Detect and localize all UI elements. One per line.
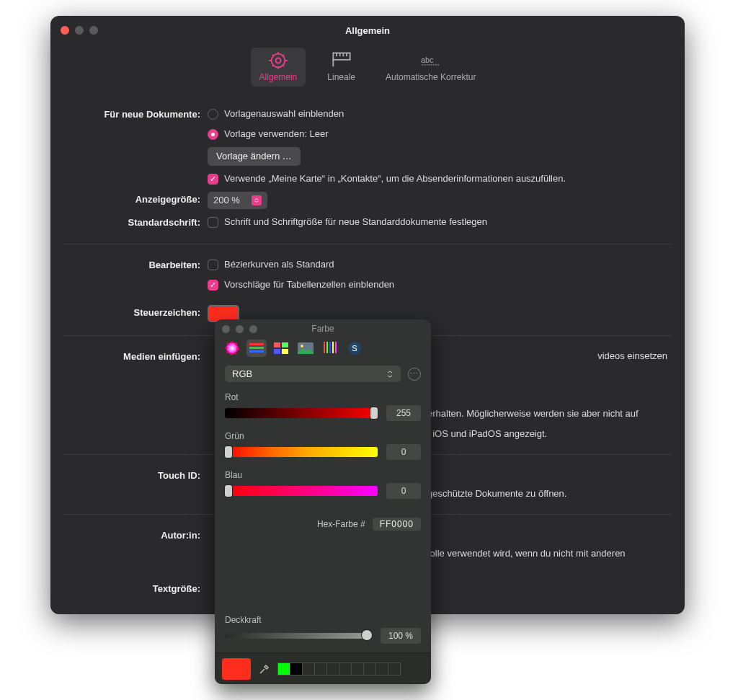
tab-autocorrect-label: Automatische Korrektur xyxy=(386,72,476,82)
label-touchid: Touch ID: xyxy=(63,468,208,484)
tab-general-label: Allgemein xyxy=(259,72,298,82)
divider xyxy=(63,244,672,244)
svg-point-14 xyxy=(301,345,303,347)
color-panel-titlebar: Farbe xyxy=(215,319,431,338)
color-panel-body: RGB ⋯ Rot 255 Grün 0 Blau 0 xyxy=(215,363,431,652)
eyedropper-icon[interactable] xyxy=(257,661,272,677)
check-use-my-card[interactable] xyxy=(208,174,218,185)
media-text-fragment-3: , iOS und iPadOS angezeigt. xyxy=(427,427,547,441)
window-controls xyxy=(61,26,98,35)
blue-slider[interactable] xyxy=(225,486,378,496)
svg-text:S: S xyxy=(352,344,357,353)
red-slider-block: Rot 255 xyxy=(225,392,421,421)
label-media: Medien einfügen: xyxy=(63,349,208,365)
red-value[interactable]: 255 xyxy=(386,405,421,421)
recent-color-cell[interactable] xyxy=(388,663,401,675)
green-label: Grün xyxy=(225,431,421,441)
label-author: Autor:in: xyxy=(63,528,208,544)
window-title: Allgemein xyxy=(50,25,685,36)
color-model-popup[interactable]: RGB xyxy=(225,365,401,382)
touchid-text-fragment: geschützte Dokumente zu öffnen. xyxy=(427,487,566,501)
mode-palettes-icon[interactable] xyxy=(271,340,291,357)
media-text-fragment-1: videos einsetzen xyxy=(597,349,667,363)
mode-wheel-icon[interactable] xyxy=(222,340,242,357)
svg-rect-9 xyxy=(274,342,280,347)
svg-rect-16 xyxy=(326,342,328,353)
tab-autocorrect[interactable]: abc Automatische Korrektur xyxy=(377,48,484,87)
minimize-button[interactable] xyxy=(75,26,84,35)
blue-value[interactable]: 0 xyxy=(386,483,421,499)
hex-value-field[interactable]: FF0000 xyxy=(373,518,421,531)
svg-rect-12 xyxy=(282,349,288,354)
label-defaultfont: Standardschrift: xyxy=(63,215,208,231)
label-zoom: Anzeigegröße: xyxy=(63,192,208,208)
recent-color-cell[interactable] xyxy=(351,663,364,675)
recent-color-cell[interactable] xyxy=(375,663,388,675)
svg-point-1 xyxy=(275,58,280,63)
gear-icon xyxy=(268,52,288,69)
radio-use-template[interactable] xyxy=(208,129,218,140)
mode-pencils-icon[interactable] xyxy=(320,340,340,357)
tab-general[interactable]: Allgemein xyxy=(251,48,306,87)
recent-color-cell[interactable] xyxy=(326,663,339,675)
zoom-popup[interactable]: 200 % xyxy=(208,192,267,209)
close-button[interactable] xyxy=(61,26,69,35)
svg-rect-18 xyxy=(332,342,334,353)
red-label: Rot xyxy=(225,392,421,402)
color-mode-bar: S xyxy=(215,338,431,363)
color-panel-window: Farbe S RGB ⋯ Rot 255 Grün xyxy=(215,319,431,684)
hex-row: Hex-Farbe # FF0000 xyxy=(225,518,421,531)
check-table-suggestions[interactable] xyxy=(208,280,218,291)
opacity-block: Deckkraft 100 % xyxy=(225,615,421,644)
recent-color-cell[interactable] xyxy=(363,663,376,675)
check-use-my-card-label: Verwende „Meine Karte“ in „Kontakte“, um… xyxy=(224,172,566,186)
svg-rect-7 xyxy=(249,347,264,349)
recent-color-cell[interactable] xyxy=(302,663,315,675)
abc-icon: abc xyxy=(421,52,441,69)
svg-rect-11 xyxy=(274,349,280,354)
radio-show-template-chooser-label: Vorlagenauswahl einblenden xyxy=(224,107,344,121)
svg-text:abc: abc xyxy=(421,56,434,64)
svg-rect-6 xyxy=(249,343,264,345)
hex-label: Hex-Farbe # xyxy=(317,519,365,529)
radio-show-template-chooser[interactable] xyxy=(208,109,218,120)
check-default-font-label: Schrift und Schriftgröße für neue Standa… xyxy=(224,215,487,229)
svg-rect-15 xyxy=(324,342,325,353)
tab-rulers-label: Lineale xyxy=(327,72,355,82)
check-default-font[interactable] xyxy=(208,217,218,228)
recent-color-cell[interactable] xyxy=(314,663,327,675)
green-slider[interactable] xyxy=(225,447,378,457)
zoom-button[interactable] xyxy=(89,26,98,35)
row-defaultfont: Standardschrift: Schrift und Schriftgröß… xyxy=(63,212,672,234)
color-options-icon[interactable]: ⋯ xyxy=(408,368,421,381)
recent-color-cell[interactable] xyxy=(290,663,303,675)
opacity-value[interactable]: 100 % xyxy=(381,628,421,644)
svg-rect-19 xyxy=(335,342,337,353)
blue-slider-block: Blau 0 xyxy=(225,470,421,499)
mode-clut-icon[interactable]: S xyxy=(344,340,365,357)
recent-colors-grid xyxy=(278,663,401,675)
green-value[interactable]: 0 xyxy=(386,444,421,460)
row-zoom: Anzeigegröße: 200 % xyxy=(63,189,672,212)
tab-rulers[interactable]: Lineale xyxy=(319,48,364,87)
color-panel-footer xyxy=(215,652,431,684)
check-bezier[interactable] xyxy=(208,260,218,270)
radio-use-template-label: Vorlage verwenden: Leer xyxy=(224,127,329,141)
ruler-icon xyxy=(332,52,352,69)
chevron-updown-icon xyxy=(252,195,262,205)
blue-label: Blau xyxy=(225,470,421,480)
svg-rect-8 xyxy=(249,350,264,353)
titlebar: Allgemein xyxy=(50,16,685,45)
current-color-swatch[interactable] xyxy=(222,658,251,680)
red-slider[interactable] xyxy=(225,408,378,418)
mode-image-icon[interactable] xyxy=(295,340,316,357)
opacity-slider[interactable] xyxy=(225,633,372,639)
check-table-suggestions-label: Vorschläge für Tabellenzellen einblenden xyxy=(224,278,394,292)
mode-sliders-icon[interactable] xyxy=(246,340,267,357)
toolbar: Allgemein Lineale abc Automatische Korre… xyxy=(50,45,685,94)
media-text-fragment-2: erhalten. Möglicherweise werden sie aber… xyxy=(427,407,639,421)
recent-color-cell[interactable] xyxy=(277,663,290,675)
change-template-button[interactable]: Vorlage ändern … xyxy=(208,147,301,166)
recent-color-cell[interactable] xyxy=(339,663,352,675)
row-newdocs: Für neue Dokumente: Vorlagenauswahl einb… xyxy=(63,104,672,189)
